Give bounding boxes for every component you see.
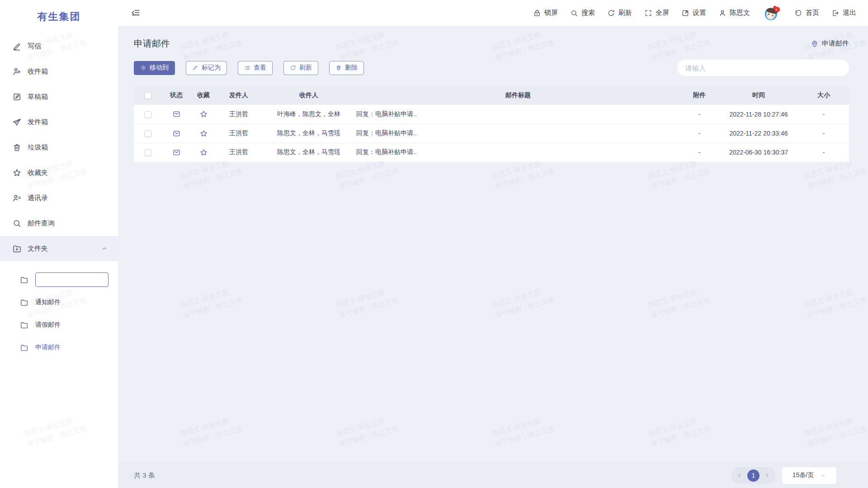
favorite-cell [191, 143, 216, 162]
prev-page-button[interactable] [736, 472, 743, 479]
sender-cell: 王洪哲 [216, 124, 261, 143]
content-column: 锁屏 搜索 刷新 全屏 设置 [118, 0, 868, 488]
folders-label: 文件夹 [28, 244, 48, 253]
folder-item-leave[interactable]: 请假邮件 [0, 314, 118, 336]
sidebar-item-contacts[interactable]: 通讯录 [0, 185, 118, 211]
breadcrumb[interactable]: 申请邮件 [811, 39, 849, 48]
checkbox-cell [134, 105, 162, 124]
delete-button[interactable]: 删除 [329, 61, 364, 75]
mark-as-label: 标记为 [202, 64, 221, 72]
sidebar-item-trash[interactable]: 垃圾箱 [0, 135, 118, 160]
settings-button[interactable]: 设置 [681, 9, 706, 17]
fullscreen-icon [644, 9, 652, 17]
star-icon[interactable] [199, 129, 208, 138]
mail-search-input[interactable] [677, 60, 849, 76]
subject-cell: 回复：电脑补贴申请.. [356, 124, 680, 143]
footer-bar: 共 3 条 1 15条/页 [118, 462, 868, 488]
row-checkbox[interactable] [145, 130, 151, 137]
size-cell: - [798, 105, 849, 124]
col-recipients: 收件人 [261, 86, 356, 105]
table-header-row: 状态 收藏 发件人 收件人 邮件标题 附件 时间 大小 [134, 86, 849, 105]
move-to-button[interactable]: 移动到 [134, 61, 175, 75]
lock-screen-button[interactable]: 锁屏 [533, 9, 558, 17]
trash-icon [335, 65, 342, 71]
col-subject: 邮件标题 [356, 86, 680, 105]
mail-open-icon[interactable] [172, 129, 181, 138]
toolbar: 移动到 标记为 查看 刷新 删除 [134, 60, 849, 76]
folder-item-application[interactable]: 申请邮件 [0, 336, 118, 359]
row-checkbox[interactable] [145, 111, 151, 118]
sidebar-item-label: 邮件查询 [28, 219, 55, 228]
sidebar-item-label: 写信 [28, 42, 41, 51]
col-status: 状态 [162, 86, 191, 105]
table-row[interactable]: 王洪哲叶海峰，陈思文，全林回复：电脑补贴申请..-2022-11-28 10:2… [134, 105, 849, 124]
folder-icon [20, 343, 28, 352]
refresh-button[interactable]: 刷新 [607, 9, 632, 17]
refresh-list-button[interactable]: 刷新 [283, 61, 318, 75]
col-size: 大小 [798, 86, 849, 105]
table-row[interactable]: 王洪哲陈思文，全林，马雪瑶回复：电脑补贴申请..-2022-11-22 20:3… [134, 124, 849, 143]
page-number[interactable]: 1 [747, 469, 760, 482]
sidebar-item-compose[interactable]: 写信 [0, 33, 118, 59]
row-checkbox[interactable] [145, 149, 151, 156]
chevron-up-icon [101, 245, 108, 252]
current-user[interactable]: 陈思文 [718, 9, 750, 17]
star-icon[interactable] [199, 110, 208, 118]
folder-item-label: 通知邮件 [35, 298, 61, 306]
mail-open-icon[interactable] [172, 148, 181, 157]
chevron-down-icon [820, 473, 826, 479]
recipients-cell: 陈思文，全林，马雪瑶 [261, 124, 356, 143]
menu-fold-icon[interactable] [131, 8, 141, 18]
mark-as-button[interactable]: 标记为 [186, 61, 227, 75]
topbar-actions: 锁屏 搜索 刷新 全屏 设置 [533, 3, 856, 23]
select-all-checkbox[interactable] [145, 92, 151, 99]
mail-open-icon[interactable] [172, 110, 181, 118]
sidebar: 有生集团 写信 收件箱 草稿箱 发件箱 垃圾箱 收藏夹 通讯录 [0, 0, 118, 488]
next-page-button[interactable] [764, 472, 770, 479]
avatar[interactable] [762, 3, 782, 23]
checkbox-cell [134, 124, 162, 143]
sidebar-item-drafts[interactable]: 草稿箱 [0, 84, 118, 109]
logout-button[interactable]: 退出 [831, 9, 856, 17]
move-icon [140, 65, 146, 71]
table-row[interactable]: 王洪哲陈思文，全林，马雪瑶回复：电脑补贴申请..-2022-06-30 16:3… [134, 143, 849, 162]
sidebar-item-folders[interactable]: 文件夹 [0, 236, 118, 261]
logout-icon [831, 9, 840, 17]
favorite-cell [191, 105, 216, 124]
time-cell: 2022-11-28 10:27:46 [719, 105, 798, 124]
star-icon[interactable] [199, 148, 208, 157]
sidebar-item-label: 发件箱 [28, 118, 48, 127]
subject-cell: 回复：电脑补贴申请.. [356, 143, 680, 162]
home-button[interactable]: 首页 [794, 9, 819, 17]
page-size-label: 15条/页 [793, 471, 814, 479]
refresh-label: 刷新 [618, 9, 632, 17]
sidebar-item-inbox[interactable]: 收件箱 [0, 59, 118, 84]
refresh-list-label: 刷新 [299, 64, 312, 72]
folder-item-notice[interactable]: 通知邮件 [0, 291, 118, 314]
new-folder-row [0, 268, 118, 291]
sidebar-item-sent[interactable]: 发件箱 [0, 109, 118, 135]
page-size-select[interactable]: 15条/页 [782, 467, 836, 484]
marker-icon [192, 65, 198, 71]
sidebar-item-label: 垃圾箱 [28, 143, 48, 152]
mail-table: 状态 收藏 发件人 收件人 邮件标题 附件 时间 大小 王洪哲叶海峰，陈思文，全… [134, 86, 849, 162]
sidebar-item-mail-search[interactable]: 邮件查询 [0, 211, 118, 236]
col-sender: 发件人 [216, 86, 261, 105]
search-icon [570, 9, 578, 17]
search-button[interactable]: 搜索 [570, 9, 595, 17]
new-folder-input[interactable] [35, 272, 108, 287]
contacts-icon [12, 193, 22, 203]
recipients-cell: 叶海峰，陈思文，全林 [261, 105, 356, 124]
refresh-icon [290, 65, 296, 71]
col-attachment: 附件 [680, 86, 719, 105]
lock-screen-label: 锁屏 [544, 9, 558, 17]
star-icon [12, 168, 22, 178]
fullscreen-button[interactable]: 全屏 [644, 9, 669, 17]
sidebar-item-favorites[interactable]: 收藏夹 [0, 160, 118, 185]
pagination: 1 15条/页 [731, 467, 836, 484]
time-cell: 2022-06-30 16:30:37 [719, 143, 798, 162]
view-button[interactable]: 查看 [238, 61, 273, 75]
sidebar-item-label: 草稿箱 [28, 93, 48, 101]
attachment-cell: - [680, 105, 719, 124]
time-cell: 2022-11-22 20:33:46 [719, 124, 798, 143]
